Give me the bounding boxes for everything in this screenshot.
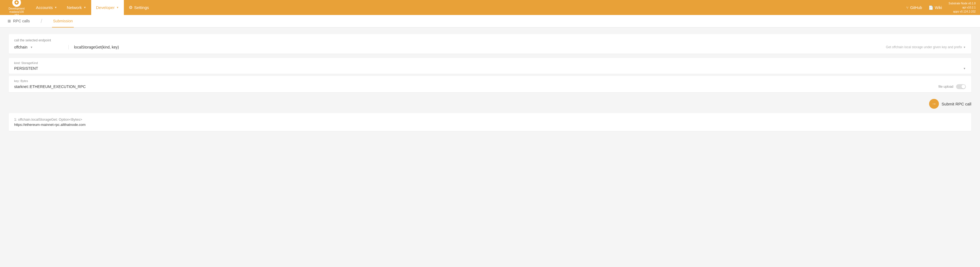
wiki-icon: 📄 — [929, 5, 933, 10]
wiki-label: Wiki — [935, 5, 942, 10]
brand[interactable]: Development madara/100 #84 — [4, 0, 29, 17]
nav-developer[interactable]: Developer ▼ — [91, 0, 124, 15]
endpoint-card: call the selected endpoint offchain ▼ lo… — [9, 34, 971, 54]
nav-right: ⑂ GitHub 📄 Wiki Substrate Node v0.1.0 ap… — [906, 2, 976, 14]
subnav-rpc-calls[interactable]: ⊞ RPC calls — [6, 15, 31, 27]
submission-label: Submission — [53, 19, 73, 23]
nav-accounts-label: Accounts — [36, 5, 53, 10]
github-link[interactable]: ⑂ GitHub — [906, 5, 922, 10]
param-key-label: key: Bytes — [14, 79, 966, 83]
desc-chevron-icon: ▼ — [963, 46, 966, 49]
settings-icon: ⚙ — [129, 5, 132, 10]
nav-developer-label: Developer — [96, 5, 115, 10]
result-line1: 1: offchain.localStorageGet: Option<Byte… — [14, 117, 966, 122]
sub-navigation: ⊞ RPC calls / Submission — [0, 15, 980, 27]
rpc-calls-icon: ⊞ — [8, 19, 11, 23]
call-label: call the selected endpoint — [14, 38, 966, 42]
endpoint-desc-text: Get offchain local storage under given k… — [886, 45, 962, 49]
submit-icon: → — [929, 99, 939, 109]
param-kind-label: kind: StorageKind — [14, 61, 966, 65]
submit-row: → Submit RPC call — [9, 94, 971, 113]
nav-network[interactable]: Network ▼ — [62, 0, 91, 15]
nav-items: Accounts ▼ Network ▼ Developer ▼ ⚙ Setti… — [31, 0, 906, 15]
endpoint-row: offchain ▼ localStorageGet(kind, key) Ge… — [14, 45, 966, 49]
nav-settings-label: Settings — [134, 5, 149, 10]
main-content: call the selected endpoint offchain ▼ lo… — [0, 27, 980, 267]
endpoint-method: localStorageGet(kind, key) — [68, 45, 886, 49]
param-key-value: starknet::ETHEREUM_EXECUTION_RPC — [14, 85, 939, 89]
nav-network-label: Network — [67, 5, 82, 10]
nav-settings[interactable]: ⚙ Settings — [124, 0, 154, 15]
kind-dropdown-icon[interactable]: ▼ — [963, 67, 966, 70]
brand-logo — [12, 0, 21, 7]
network-chevron-icon: ▼ — [84, 6, 86, 9]
subnav-submission[interactable]: Submission — [52, 15, 74, 27]
param-key-row: starknet::ETHEREUM_EXECUTION_RPC file up… — [14, 84, 966, 89]
submit-rpc-button[interactable]: → Submit RPC call — [929, 99, 971, 109]
result-line2: https://ethereum-mainnet-rpc.allthatnode… — [14, 123, 966, 127]
param-kind-value: PERSISTENT — [14, 66, 963, 70]
endpoint-module-value: offchain — [14, 45, 27, 49]
param-kind-card: kind: StorageKind PERSISTENT ▼ — [9, 58, 971, 74]
version-info: Substrate Node v0.1.0 api v10.2.1 apps v… — [948, 2, 976, 14]
top-navigation: Development madara/100 #84 Accounts ▼ Ne… — [0, 0, 980, 15]
wiki-link[interactable]: 📄 Wiki — [929, 5, 942, 10]
developer-chevron-icon: ▼ — [116, 6, 119, 9]
endpoint-module-select[interactable]: offchain ▼ — [14, 45, 68, 49]
param-kind-row: PERSISTENT ▼ — [14, 66, 966, 70]
github-label: GitHub — [910, 5, 922, 10]
accounts-chevron-icon: ▼ — [54, 6, 57, 9]
subnav-divider: / — [41, 18, 42, 24]
rpc-calls-label: RPC calls — [13, 19, 30, 23]
endpoint-description: Get offchain local storage under given k… — [886, 45, 966, 49]
github-icon: ⑂ — [906, 5, 908, 10]
module-chevron-icon: ▼ — [30, 46, 33, 49]
result-card: 1: offchain.localStorageGet: Option<Byte… — [9, 113, 971, 131]
param-key-card: key: Bytes starknet::ETHEREUM_EXECUTION_… — [9, 76, 971, 92]
submit-label: Submit RPC call — [942, 102, 971, 106]
file-upload-label: file upload — [939, 85, 953, 88]
nav-accounts[interactable]: Accounts ▼ — [31, 0, 62, 15]
file-upload-row: file upload — [939, 84, 966, 89]
file-upload-toggle[interactable] — [956, 84, 966, 89]
